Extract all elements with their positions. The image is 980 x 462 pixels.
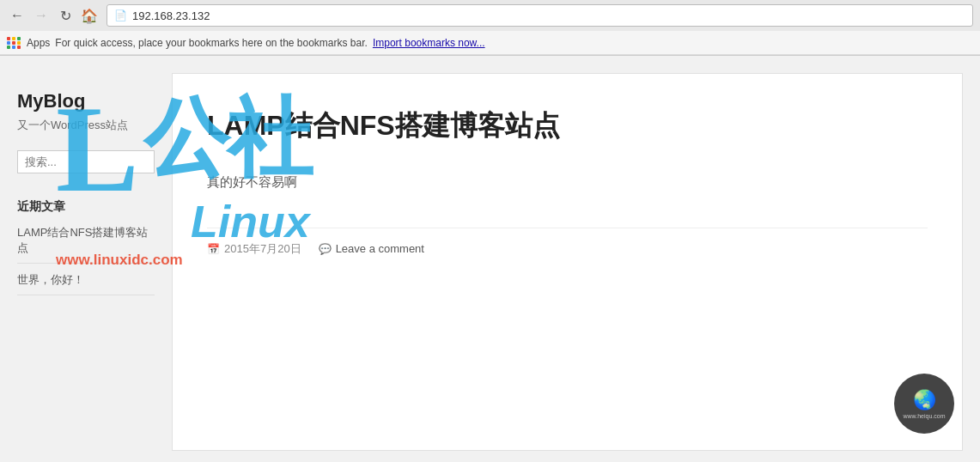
heiqu-badge: 🌏 www.heiqu.com	[894, 374, 954, 434]
browser-chrome: ← → ↻ 🏠 📄 192.168.23.132 A	[0, 0, 980, 56]
page-content: MyBlog 又一个WordPress站点 近期文章 LAMP结合NFS搭建博客…	[0, 56, 980, 462]
search-input[interactable]	[17, 150, 155, 173]
bookmarks-bar: Apps For quick access, place your bookma…	[0, 31, 980, 55]
import-bookmarks-link[interactable]: Import bookmarks now...	[373, 37, 485, 49]
bookmarks-bar-text: For quick access, place your bookmarks h…	[55, 37, 368, 49]
site-title: MyBlog	[17, 90, 155, 112]
recent-post-2[interactable]: 世界，你好！	[17, 272, 155, 295]
recent-posts-label: 近期文章	[17, 199, 155, 215]
site-subtitle: 又一个WordPress站点	[17, 118, 155, 133]
apps-label[interactable]: Apps	[27, 37, 50, 49]
comment-icon: 💬	[319, 243, 332, 255]
article-meta: 📅 2015年7月20日 💬 Leave a comment	[207, 228, 928, 257]
calendar-icon: 📅	[207, 243, 220, 255]
heiqu-text: www.heiqu.com	[903, 413, 945, 419]
recent-post-1[interactable]: LAMP结合NFS搭建博客站点	[17, 225, 155, 264]
leave-comment-link[interactable]: Leave a comment	[336, 242, 424, 255]
back-button[interactable]: ←	[7, 5, 27, 26]
forward-button[interactable]: →	[31, 5, 52, 26]
article-title: LAMP结合NFS搭建博客站点	[207, 108, 928, 144]
page-icon: 📄	[114, 9, 127, 21]
article-excerpt: 真的好不容易啊	[207, 170, 928, 193]
address-text: 192.168.23.132	[132, 9, 210, 22]
browser-titlebar: ← → ↻ 🏠 📄 192.168.23.132	[0, 0, 980, 31]
meta-comment-item: 💬 Leave a comment	[319, 242, 424, 255]
meta-date-item: 📅 2015年7月20日	[207, 241, 301, 257]
reload-button[interactable]: ↻	[55, 5, 76, 26]
home-button[interactable]: 🏠	[79, 5, 100, 26]
main-content: LAMP结合NFS搭建博客站点 真的好不容易啊 📅 2015年7月20日 💬 L…	[172, 73, 963, 451]
address-bar[interactable]: 📄 192.168.23.132	[107, 4, 973, 27]
nav-buttons: ← → ↻ 🏠	[7, 5, 100, 26]
sidebar: MyBlog 又一个WordPress站点 近期文章 LAMP结合NFS搭建博客…	[0, 56, 172, 462]
meta-date: 2015年7月20日	[224, 241, 301, 257]
heiqu-icon: 🌏	[913, 389, 936, 411]
apps-grid-icon	[7, 37, 21, 49]
